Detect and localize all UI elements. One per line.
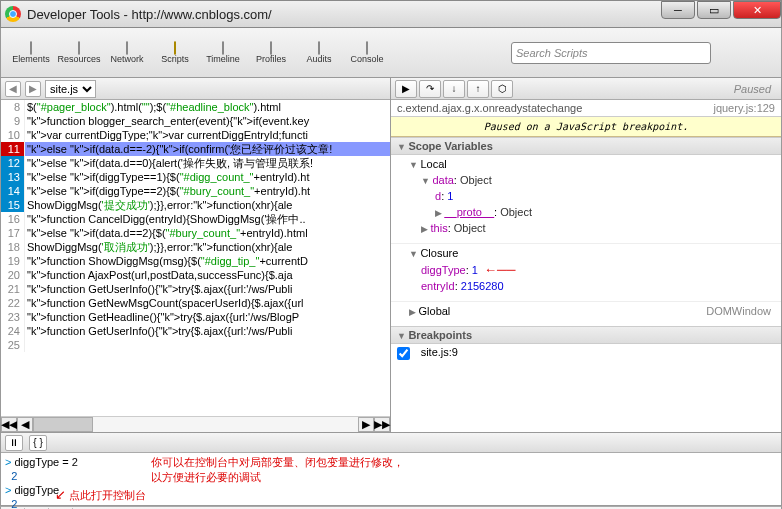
source-toolbar: ◀ ▶ site.js	[1, 78, 390, 100]
source-file-select[interactable]: site.js	[45, 80, 96, 98]
search-scripts-input[interactable]	[511, 42, 711, 64]
annotation-text-2: ↙ 点此打开控制台	[55, 487, 146, 503]
step-out-button[interactable]: ↑	[467, 80, 489, 98]
pause-button[interactable]: ⏸	[5, 435, 23, 451]
code-line[interactable]: 20"k">function AjaxPost(url,postData,suc…	[1, 268, 390, 282]
panel-resources[interactable]: Resources	[55, 42, 103, 64]
panel-audits[interactable]: Audits	[295, 42, 343, 64]
arrow-annotation-icon: ←──	[484, 262, 515, 277]
h-scrollbar[interactable]: ◀◀◀ ▶▶▶	[1, 416, 390, 432]
code-line[interactable]: 22"k">function GetNewMsgCount(spacerUser…	[1, 296, 390, 310]
panel-scripts[interactable]: Scripts	[151, 42, 199, 64]
titlebar: Developer Tools - http://www.cnblogs.com…	[0, 0, 782, 28]
scope-local: Local data: Object d: 1 __proto__: Objec…	[391, 155, 781, 243]
close-button[interactable]: ✕	[733, 1, 781, 19]
code-line[interactable]: 18ShowDiggMsg('取消成功');}},error:"k">funct…	[1, 240, 390, 254]
deactivate-bp-button[interactable]: ⬡	[491, 80, 513, 98]
breakpoints-section-header[interactable]: Breakpoints	[391, 326, 781, 344]
minimize-button[interactable]: ─	[661, 1, 695, 19]
console-output[interactable]: 你可以在控制台中对局部变量、闭包变量进行修改， 以方便进行必要的调试 ↙ 点此打…	[1, 453, 781, 505]
code-line[interactable]: 17"k">else "k">if(data.d==2){$("#bury_co…	[1, 226, 390, 240]
scope-section-header[interactable]: Scope Variables	[391, 137, 781, 155]
console-icon	[366, 41, 368, 55]
source-panel: ◀ ▶ site.js 8$("#pager_block").html("");…	[1, 78, 391, 432]
pause-message: Paused on a JavaScript breakpoint.	[391, 117, 781, 137]
chrome-icon	[5, 6, 21, 22]
code-line[interactable]: 15ShowDiggMsg('提交成功');}},error:"k">funct…	[1, 198, 390, 212]
pause-resume-button[interactable]: ▶	[395, 80, 417, 98]
code-line[interactable]: 25	[1, 338, 390, 352]
code-line[interactable]: 16"k">function CancelDigg(entryId){ShowD…	[1, 212, 390, 226]
elements-icon	[30, 41, 32, 55]
code-line[interactable]: 8$("#pager_block").html("");$("#headline…	[1, 100, 390, 114]
scope-closure: Closure diggType: 1 ←── entryId: 2156280	[391, 243, 781, 301]
resources-icon	[78, 41, 80, 55]
code-line[interactable]: 12"k">else "k">if(data.d==0){alert('操作失败…	[1, 156, 390, 170]
panel-toolbar: ElementsResourcesNetworkScriptsTimelineP…	[0, 28, 782, 78]
code-line[interactable]: 19"k">function ShowDiggMsg(msg){$("#digg…	[1, 254, 390, 268]
window-title: Developer Tools - http://www.cnblogs.com…	[27, 7, 272, 22]
call-frame[interactable]: c.extend.ajax.g.x.onreadystatechange jqu…	[391, 100, 781, 117]
debugger-toolbar: ▶ ↷ ↓ ↑ ⬡ Paused	[391, 78, 781, 100]
code-line[interactable]: 11"k">else "k">if(data.d==-2){"k">if(con…	[1, 142, 390, 156]
annotation-text-1: 你可以在控制台中对局部变量、闭包变量进行修改， 以方便进行必要的调试	[151, 455, 404, 485]
code-line[interactable]: 9"k">function blogger_search_enter(event…	[1, 114, 390, 128]
nav-fwd-button[interactable]: ▶	[25, 81, 41, 97]
panel-elements[interactable]: Elements	[7, 42, 55, 64]
maximize-button[interactable]: ▭	[697, 1, 731, 19]
debugger-panel: ▶ ↷ ↓ ↑ ⬡ Paused c.extend.ajax.g.x.onrea…	[391, 78, 781, 432]
panel-console[interactable]: Console	[343, 42, 391, 64]
nav-back-button[interactable]: ◀	[5, 81, 21, 97]
scripts-icon	[174, 41, 176, 55]
console-drawer: ⏸ { } 你可以在控制台中对局部变量、闭包变量进行修改， 以方便进行必要的调试…	[0, 433, 782, 506]
audits-icon	[318, 41, 320, 55]
code-line[interactable]: 10"k">var currentDiggType;"k">var curren…	[1, 128, 390, 142]
code-line[interactable]: 13"k">else "k">if(diggType==1){$("#digg_…	[1, 170, 390, 184]
code-line[interactable]: 14"k">else "k">if(diggType==2){$("#bury_…	[1, 184, 390, 198]
timeline-icon	[222, 41, 224, 55]
code-line[interactable]: 24"k">function GetUserInfo(){"k">try{$.a…	[1, 324, 390, 338]
step-into-button[interactable]: ↓	[443, 80, 465, 98]
code-line[interactable]: 21"k">function GetUserInfo(){"k">try{$.a…	[1, 282, 390, 296]
panel-profiles[interactable]: Profiles	[247, 42, 295, 64]
debugger-status: Paused	[734, 83, 777, 95]
panel-network[interactable]: Network	[103, 42, 151, 64]
breakpoint-checkbox[interactable]	[397, 347, 410, 360]
code-line[interactable]: 23"k">function GetHeadline(){"k">try{$.a…	[1, 310, 390, 324]
step-over-button[interactable]: ↷	[419, 80, 441, 98]
profiles-icon	[270, 41, 272, 55]
braces-button[interactable]: { }	[29, 435, 47, 451]
panel-timeline[interactable]: Timeline	[199, 42, 247, 64]
code-editor[interactable]: 8$("#pager_block").html("");$("#headline…	[1, 100, 390, 416]
breakpoint-item[interactable]: site.js:9	[391, 344, 781, 362]
network-icon	[126, 41, 128, 55]
